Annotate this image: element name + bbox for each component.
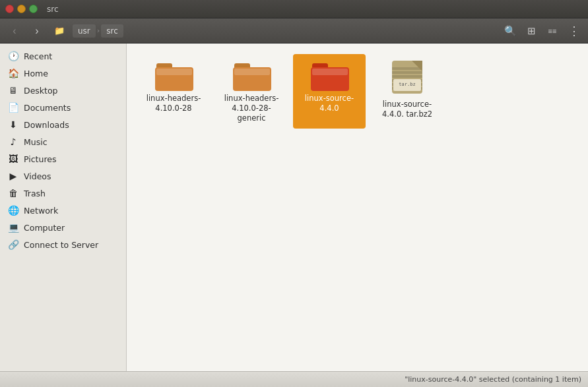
- sidebar-item-videos[interactable]: ▶Videos: [0, 167, 126, 185]
- sidebar-item-network[interactable]: 🌐Network: [0, 202, 126, 219]
- pictures-icon: 🖼: [8, 154, 18, 164]
- computer-icon: 💻: [8, 222, 18, 233]
- statusbar: "linux-source-4.4.0" selected (containin…: [0, 371, 588, 387]
- folder-icon-linux-headers-4.10.0-28-generic: [233, 59, 270, 91]
- svg-rect-8: [312, 69, 348, 75]
- toolbar-right: 🔍 ⊞ ≡≡ ⋮: [501, 22, 583, 40]
- connect-icon: 🔗: [8, 239, 18, 250]
- minimize-button[interactable]: [17, 5, 26, 13]
- titlebar: src: [0, 0, 588, 18]
- file-item-linux-source-4.4.0[interactable]: linux-source-4.4.0: [293, 54, 366, 129]
- file-label-linux-headers-4.10.0-28: linux-headers- 4.10.0-28: [141, 94, 207, 113]
- breadcrumb-usr[interactable]: usr: [73, 24, 96, 38]
- documents-icon: 📄: [8, 102, 18, 113]
- sidebar-item-pictures[interactable]: 🖼Pictures: [0, 150, 126, 167]
- breadcrumb: usr › src: [73, 24, 497, 38]
- files-grid: linux-headers- 4.10.0-28linux-headers- 4…: [137, 54, 577, 129]
- sidebar-label-network: Network: [24, 206, 58, 216]
- svg-rect-10: [392, 67, 422, 70]
- folder-icon-linux-source-4.4.0: [311, 59, 348, 91]
- sidebar: 🕐Recent🏠Home🖥Desktop📄Documents⬇Downloads…: [0, 44, 127, 371]
- window-controls: [5, 5, 38, 13]
- file-label-linux-headers-4.10.0-28-generic: linux-headers- 4.10.0-28-generic: [218, 94, 284, 123]
- window-title: src: [47, 5, 59, 14]
- sidebar-label-computer: Computer: [24, 223, 65, 233]
- sidebar-label-home: Home: [24, 69, 48, 78]
- sidebar-label-documents: Documents: [24, 103, 71, 113]
- sidebar-label-desktop: Desktop: [24, 86, 58, 96]
- sidebar-label-connect: Connect to Server: [24, 240, 98, 250]
- breadcrumb-src[interactable]: src: [101, 24, 123, 38]
- downloads-icon: ⬇: [8, 119, 18, 130]
- file-label-linux-source-4.4.0.tar.bz2: linux-source-4.4.0. tar.bz2: [374, 100, 440, 119]
- music-icon: ♪: [8, 136, 18, 147]
- svg-rect-2: [156, 69, 192, 75]
- view-grid-button[interactable]: ⊞: [522, 22, 540, 40]
- sidebar-label-downloads: Downloads: [24, 120, 69, 130]
- maximize-button[interactable]: [29, 5, 38, 13]
- videos-icon: ▶: [8, 171, 18, 181]
- svg-rect-5: [234, 69, 270, 75]
- location-icon: 📁: [50, 22, 69, 40]
- sidebar-item-music[interactable]: ♪Music: [0, 133, 126, 150]
- view-list-button[interactable]: ≡≡: [543, 22, 562, 40]
- sidebar-item-computer[interactable]: 💻Computer: [0, 219, 126, 236]
- sidebar-label-music: Music: [24, 137, 48, 147]
- folder-icon-linux-headers-4.10.0-28: [155, 59, 192, 91]
- home-icon: 🏠: [8, 68, 18, 78]
- network-icon: 🌐: [8, 205, 18, 216]
- statusbar-text: "linux-source-4.4.0" selected (containin…: [7, 375, 581, 384]
- back-button[interactable]: ‹: [5, 22, 24, 40]
- sidebar-label-trash: Trash: [24, 189, 46, 198]
- sidebar-label-recent: Recent: [24, 51, 52, 61]
- menu-button[interactable]: ⋮: [564, 22, 583, 40]
- sidebar-item-trash[interactable]: 🗑Trash: [0, 185, 126, 202]
- sidebar-item-documents[interactable]: 📄Documents: [0, 99, 126, 116]
- trash-icon: 🗑: [8, 188, 18, 198]
- file-item-linux-headers-4.10.0-28[interactable]: linux-headers- 4.10.0-28: [137, 54, 210, 129]
- svg-text:tar.bz: tar.bz: [399, 82, 415, 87]
- recent-icon: 🕐: [8, 51, 18, 61]
- archive-icon-linux-source-4.4.0.tar.bz2: tar.bz: [389, 59, 425, 97]
- desktop-icon: 🖥: [8, 85, 18, 96]
- sidebar-item-desktop[interactable]: 🖥Desktop: [0, 82, 126, 99]
- sidebar-label-pictures: Pictures: [24, 154, 57, 164]
- file-label-linux-source-4.4.0: linux-source-4.4.0: [296, 94, 362, 113]
- svg-rect-12: [392, 75, 422, 78]
- sidebar-item-connect[interactable]: 🔗Connect to Server: [0, 236, 126, 253]
- toolbar: ‹ › 📁 usr › src 🔍 ⊞ ≡≡ ⋮: [0, 18, 588, 44]
- forward-button[interactable]: ›: [28, 22, 46, 40]
- close-button[interactable]: [5, 5, 14, 13]
- sidebar-label-videos: Videos: [24, 171, 51, 181]
- svg-rect-11: [392, 71, 422, 74]
- sidebar-item-downloads[interactable]: ⬇Downloads: [0, 116, 126, 133]
- file-item-linux-source-4.4.0.tar.bz2[interactable]: tar.bzlinux-source-4.4.0. tar.bz2: [371, 54, 443, 129]
- sidebar-item-recent[interactable]: 🕐Recent: [0, 47, 126, 65]
- file-area[interactable]: linux-headers- 4.10.0-28linux-headers- 4…: [127, 44, 588, 371]
- search-button[interactable]: 🔍: [501, 22, 519, 40]
- file-item-linux-headers-4.10.0-28-generic[interactable]: linux-headers- 4.10.0-28-generic: [215, 54, 288, 129]
- breadcrumb-separator: ›: [97, 26, 100, 35]
- main-area: 🕐Recent🏠Home🖥Desktop📄Documents⬇Downloads…: [0, 44, 588, 371]
- sidebar-item-home[interactable]: 🏠Home: [0, 65, 126, 82]
